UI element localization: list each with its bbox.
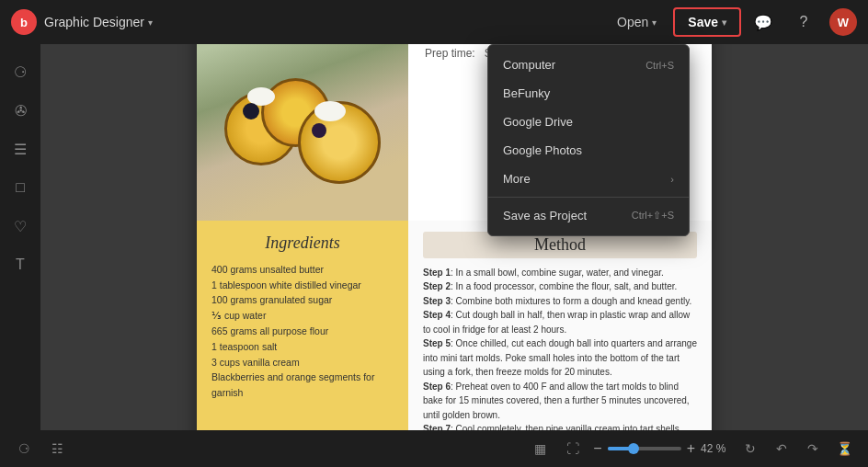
chat-icon[interactable]: 💬 (748, 7, 778, 37)
card-photo (197, 44, 408, 221)
undo-icon[interactable]: ↶ (769, 436, 794, 461)
sidebar-icon-layers[interactable]: ⚆ (4, 55, 37, 88)
save-as-project[interactable]: Save as Project Ctrl+⇧+S (488, 201, 689, 230)
sidebar: ⚆ ✇ ☰ □ ♡ T (0, 44, 40, 430)
ingredients-section: Ingredients 400 grams unsalted butter 1 … (197, 221, 408, 430)
save-google-drive[interactable]: Google Drive (488, 108, 689, 136)
sidebar-icon-shapes[interactable]: □ (4, 171, 37, 204)
sidebar-icon-heart[interactable]: ♡ (4, 210, 37, 243)
ingredient-2: 1 tablespoon white distilled vinegar (211, 278, 394, 293)
crop-icon[interactable]: ▦ (527, 436, 553, 461)
berry2 (312, 123, 326, 138)
save-computer[interactable]: Computer Ctrl+S (488, 51, 689, 79)
ingredient-8: Blackberries and orange segments for gar… (211, 370, 394, 401)
logo[interactable]: b (11, 9, 37, 35)
save-computer-shortcut: Ctrl+S (645, 60, 674, 71)
save-google-drive-label: Google Drive (503, 115, 573, 129)
step-4: Step 4: Cut dough ball in half, then wra… (423, 308, 697, 336)
save-dropdown: Computer Ctrl+S BeFunky Google Drive Goo… (487, 44, 690, 236)
method-section: Method Step 1: In a small bowl, combine … (408, 221, 712, 430)
app-title-chevron: ▾ (148, 17, 153, 28)
prep-label: Prep time: (425, 47, 475, 60)
ingredients-title: Ingredients (211, 234, 394, 253)
save-computer-label: Computer (503, 58, 555, 72)
ingredient-1: 400 grams unsalted butter (211, 262, 394, 278)
cream2 (314, 101, 346, 121)
history-icon[interactable]: ⏳ (831, 436, 857, 461)
app-title-text: Graphic Designer (44, 15, 144, 29)
layers-icon[interactable]: ⚆ (11, 436, 37, 461)
step-5: Step 5: Once chilled, cut each dough bal… (423, 336, 697, 380)
step-3: Step 3: Combine both mixtures to form a … (423, 294, 697, 309)
topbar-right: 💬 ? W (748, 7, 857, 37)
save-more[interactable]: More › (488, 165, 689, 193)
open-chevron-icon: ▾ (652, 17, 657, 28)
save-as-project-label: Save as Project (503, 209, 587, 222)
step-6: Step 6: Preheat oven to 400 F and allow … (423, 380, 697, 423)
user-avatar[interactable]: W (829, 8, 857, 36)
save-as-project-shortcut: Ctrl+⇧+S (632, 210, 674, 222)
help-icon[interactable]: ? (789, 7, 818, 37)
fullscreen-icon[interactable]: ⛶ (560, 436, 586, 461)
open-button[interactable]: Open ▾ (604, 9, 669, 35)
ingredient-7: 3 cups vanilla cream (211, 355, 394, 370)
ingredient-5: 665 grams all purpose flour (211, 324, 394, 339)
topbar-nav: Open ▾ Save ▾ (604, 7, 741, 37)
step-1: Step 1: In a small bowl, combine sugar, … (423, 266, 697, 280)
ingredient-6: 1 teaspoon salt (211, 339, 394, 355)
zoom-out-button[interactable]: − (593, 440, 601, 457)
logo-letter: b (20, 16, 28, 29)
bottom-right-icons: ↻ ↶ ↷ ⏳ (737, 436, 857, 461)
save-befunky[interactable]: BeFunky (488, 79, 689, 108)
save-google-photos[interactable]: Google Photos (488, 136, 689, 165)
more-arrow-icon: › (670, 174, 674, 185)
photo-art (197, 44, 408, 221)
zoom-in-button[interactable]: + (687, 440, 695, 457)
ingredients-list: 400 grams unsalted butter 1 tablespoon w… (211, 262, 394, 401)
zoom-controls: − + 42 % (593, 440, 730, 457)
step-7: Step 7: Cool completely, then pipe vanil… (423, 422, 697, 430)
method-steps: Step 1: In a small bowl, combine sugar, … (423, 266, 697, 430)
ingredient-3: 100 grams granulated sugar (211, 292, 394, 308)
zoom-value: 42 % (701, 442, 730, 455)
card-bottom: Ingredients 400 grams unsalted butter 1 … (197, 221, 712, 430)
layout-icon[interactable]: ☷ (44, 436, 70, 461)
save-google-photos-label: Google Photos (503, 143, 582, 157)
zoom-slider-thumb (628, 443, 639, 454)
save-button[interactable]: Save ▾ (673, 7, 741, 37)
topbar: b Graphic Designer ▾ Open ▾ Save ▾ 💬 ? W (0, 0, 868, 44)
sidebar-icon-image[interactable]: ✇ (4, 94, 37, 127)
sidebar-icon-text[interactable]: T (4, 248, 37, 281)
refresh-icon[interactable]: ↻ (737, 436, 763, 461)
ingredient-4: ⅓ cup water (211, 308, 394, 324)
redo-icon[interactable]: ↷ (800, 436, 826, 461)
save-chevron-icon: ▾ (722, 17, 726, 28)
save-more-label: More (503, 172, 531, 186)
save-befunky-label: BeFunky (503, 86, 550, 100)
sidebar-icon-adjust[interactable]: ☰ (4, 132, 37, 165)
step-2: Step 2: In a food processor, combine the… (423, 279, 697, 294)
berry1 (243, 103, 259, 120)
bottombar: ⚆ ☷ ▦ ⛶ − + 42 % ↻ ↶ ↷ ⏳ (0, 430, 868, 467)
save-separator (488, 197, 689, 198)
save-dropdown-menu: Computer Ctrl+S BeFunky Google Drive Goo… (487, 44, 690, 236)
zoom-slider[interactable] (608, 447, 681, 450)
canvas-area: Aunt Ju...range & Va... Prep time: Serve… (40, 44, 868, 430)
app-title[interactable]: Graphic Designer ▾ (44, 15, 153, 29)
